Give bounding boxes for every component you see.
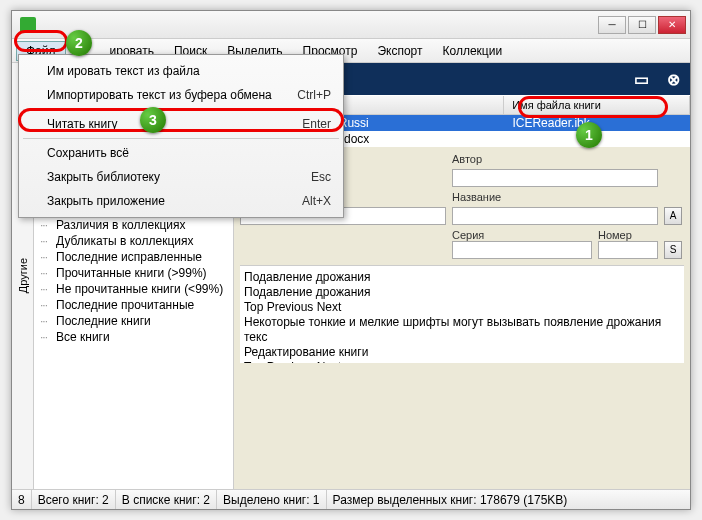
file-menu-dropdown: Им ировать текст из файла Импортировать … [18,54,344,218]
tree-item[interactable]: Все книги [42,329,225,345]
menu-close-app[interactable]: Закрыть приложениеAlt+X [19,189,343,213]
separator [23,109,339,110]
status-size: Размер выделенных книг: 178679 (175KB) [327,490,690,509]
separator [23,138,339,139]
menu-export[interactable]: Экспорт [367,41,432,61]
menu-label: Закрыть библиотеку [47,170,160,184]
window-icon[interactable]: ▭ [632,70,650,88]
status-total: Всего книг: 2 [32,490,116,509]
text-preview: Подавление дрожания Подавление дрожания … [240,265,684,363]
shortcut: Ctrl+P [297,88,331,102]
tree-item[interactable]: Последние книги [42,313,225,329]
shortcut: Alt+X [302,194,331,208]
statusbar: 8 Всего книг: 2 В списке книг: 2 Выделен… [12,489,690,509]
tree: Различия в коллекциях Дубликаты в коллек… [34,213,233,349]
badge-3: 3 [140,107,166,133]
text-line: Top Previous Next [244,300,680,315]
label-author: Автор [452,153,658,165]
tree-item[interactable]: Последние прочитанные [42,297,225,313]
main-window: ─ ☐ ✕ Файл ировать Поиск Выделить Просмо… [11,10,691,510]
text-line: Подавление дрожания [244,285,680,300]
tree-item[interactable]: Не прочитанные книги (<99%) [42,281,225,297]
text-line: Некоторые тонкие и мелкие шрифты могут в… [244,315,680,345]
tree-item[interactable]: Последние исправленные [42,249,225,265]
label-number: Номер [598,229,658,241]
text-line: Подавление дрожания [244,270,680,285]
label-title: Название [452,191,658,203]
app-icon [20,17,36,33]
tree-item[interactable]: Прочитанные книги (>99%) [42,265,225,281]
menu-label: Читать книгу [47,117,118,131]
titlebar: ─ ☐ ✕ [12,11,690,39]
menu-label: Сохранить всё [47,146,129,160]
menu-save-all[interactable]: Сохранить всё [19,141,343,165]
close-button[interactable]: ✕ [658,16,686,34]
menu-close-library[interactable]: Закрыть библиотекуEsc [19,165,343,189]
close-panel-icon[interactable]: ⊗ [664,70,682,88]
btn-s[interactable]: S [664,241,682,259]
label-series: Серия [452,229,592,241]
tree-item[interactable]: Дубликаты в коллекциях [42,233,225,249]
status-selected: Выделено книг: 1 [217,490,327,509]
text-line: Top Previous Next [244,360,680,363]
badge-1: 1 [576,122,602,148]
input-author[interactable] [452,169,658,187]
badge-2: 2 [66,30,92,56]
menu-collections[interactable]: Коллекции [433,41,513,61]
vertical-tab-label: Другие [17,258,29,293]
minimize-button[interactable]: ─ [598,16,626,34]
tree-item[interactable]: Различия в коллекциях [42,217,225,233]
maximize-button[interactable]: ☐ [628,16,656,34]
menu-label: Импортировать текст из буфера обмена [47,88,272,102]
menu-import-clipboard[interactable]: Импортировать текст из буфера обменаCtrl… [19,83,343,107]
status-inlist: В списке книг: 2 [116,490,217,509]
input-series[interactable] [452,241,592,259]
btn-a[interactable]: A [664,207,682,225]
status-cell: 8 [12,490,32,509]
shortcut: Esc [311,170,331,184]
input-number[interactable] [598,241,658,259]
menu-label: Им ировать текст из файла [47,64,200,78]
text-line: Редактирование книги [244,345,680,360]
menu-label: Закрыть приложение [47,194,165,208]
col-filename[interactable]: Имя файла книги [504,96,690,114]
shortcut: Enter [302,117,331,131]
input-title[interactable] [452,207,658,225]
menu-read-book[interactable]: Читать книгуEnter [19,112,343,136]
menu-import-file[interactable]: Им ировать текст из файла [19,59,343,83]
